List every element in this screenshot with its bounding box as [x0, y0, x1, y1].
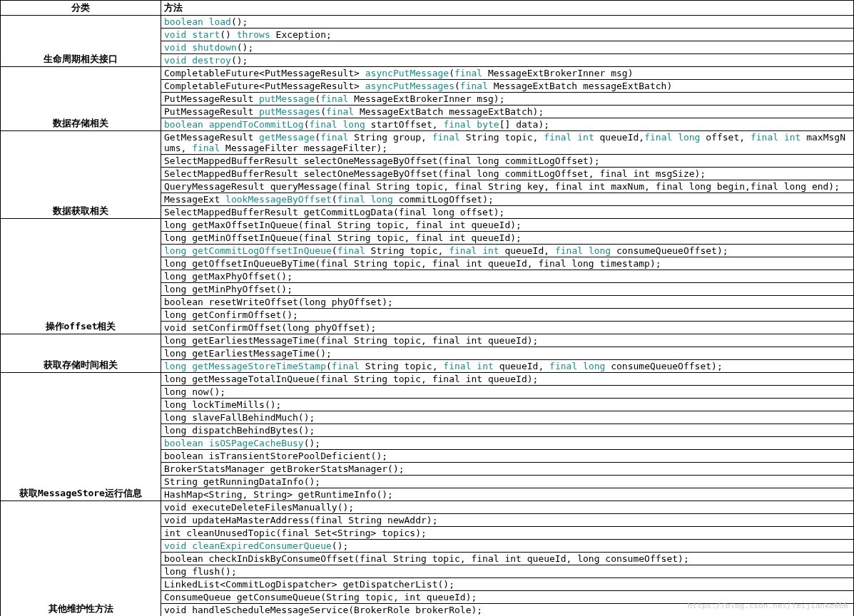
method-cell: long slaveFallBehindMuch(); — [161, 411, 854, 424]
method-cell: long lockTimeMills(); — [161, 399, 854, 411]
method-cell: boolean checkInDiskByConsumeOffset(final… — [161, 553, 854, 565]
table-row: 数据获取相关GetMessageResult getMessage(final … — [1, 131, 854, 155]
method-cell: SelectMappedBufferResult selectOneMessag… — [161, 168, 854, 180]
method-cell: void setConfirmOffset(long phyOffset); — [161, 322, 854, 334]
category-cell: 数据获取相关 — [1, 131, 161, 219]
method-cell: MessageExt lookMessageByOffset(final lon… — [161, 193, 854, 206]
category-cell: 生命周期相关接口 — [1, 16, 161, 67]
method-cell: void shutdown(); — [161, 41, 854, 54]
method-cell: long getMinOffsetInQueue(final String to… — [161, 232, 854, 245]
method-cell: LinkedList<CommitLogDispatcher> getDispa… — [161, 578, 854, 591]
method-cell: CompletableFuture<PutMessageResult> asyn… — [161, 80, 854, 93]
method-cell: SelectMappedBufferResult getCommitLogDat… — [161, 206, 854, 219]
method-cell: PutMessageResult putMessage(final Messag… — [161, 93, 854, 106]
table-row: 获取MessageStore运行信息long getMessageTotalIn… — [1, 373, 854, 386]
method-cell: boolean appendToCommitLog(final long sta… — [161, 118, 854, 131]
method-cell: void start() throws Exception; — [161, 29, 854, 41]
method-cell: long dispatchBehindBytes(); — [161, 424, 854, 437]
method-cell: SelectMappedBufferResult selectOneMessag… — [161, 155, 854, 168]
method-cell: BrokerStatsManager getBrokerStatsManager… — [161, 463, 854, 476]
category-cell: 其他维护性方法 — [1, 501, 161, 617]
method-cell: long now(); — [161, 386, 854, 399]
method-cell: long getMessageTotalInQueue(final String… — [161, 373, 854, 386]
method-cell: HashMap<String, String> getRuntimeInfo()… — [161, 488, 854, 501]
table-row: 其他维护性方法void executeDeleteFilesManually()… — [1, 501, 854, 514]
method-cell: boolean isTransientStorePoolDeficient(); — [161, 450, 854, 463]
method-cell: void cleanExpiredConsumerQueue(); — [161, 540, 854, 553]
method-cell: long getEarliestMessageTime(); — [161, 347, 854, 360]
method-cell: GetMessageResult getMessage(final String… — [161, 131, 854, 155]
method-cell: PutMessageResult putMessages(final Messa… — [161, 106, 854, 118]
category-cell: 数据存储相关 — [1, 67, 161, 131]
header-method: 方法 — [161, 1, 854, 16]
method-cell: long getConfirmOffset(); — [161, 309, 854, 322]
method-cell: void handleScheduleMessageService(Broker… — [161, 604, 854, 617]
api-table: 分类 方法 生命周期相关接口boolean load();void start(… — [0, 0, 854, 616]
method-cell: boolean load(); — [161, 16, 854, 29]
method-cell: long getOffsetInQueueByTime(final String… — [161, 257, 854, 270]
method-cell: long getCommitLogOffsetInQueue(final Str… — [161, 245, 854, 257]
method-cell: void executeDeleteFilesManually(); — [161, 501, 854, 514]
header-category: 分类 — [1, 1, 161, 16]
method-cell: long getMaxPhyOffset(); — [161, 270, 854, 283]
table-row: 操作offset相关long getMaxOffsetInQueue(final… — [1, 219, 854, 232]
method-cell: long getEarliestMessageTime(final String… — [161, 334, 854, 347]
method-cell: void destroy(); — [161, 54, 854, 67]
category-cell: 操作offset相关 — [1, 219, 161, 334]
table-row: 生命周期相关接口boolean load(); — [1, 16, 854, 29]
category-cell: 获取存储时间相关 — [1, 334, 161, 373]
method-cell: long getMinPhyOffset(); — [161, 283, 854, 296]
method-cell: void updateHaMasterAddress(final String … — [161, 514, 854, 527]
method-cell: QueryMessageResult queryMessage(final St… — [161, 180, 854, 193]
method-cell: String getRunningDataInfo(); — [161, 476, 854, 488]
method-cell: long getMaxOffsetInQueue(final String to… — [161, 219, 854, 232]
method-cell: boolean isOSPageCacheBusy(); — [161, 437, 854, 450]
method-cell: boolean resetWriteOffset(long phyOffset)… — [161, 296, 854, 309]
method-cell: long flush(); — [161, 565, 854, 578]
table-row: 数据存储相关CompletableFuture<PutMessageResult… — [1, 67, 854, 80]
method-cell: int cleanUnusedTopic(final Set<String> t… — [161, 527, 854, 540]
method-cell: ConsumeQueue getConsumeQueue(String topi… — [161, 591, 854, 604]
header-row: 分类 方法 — [1, 1, 854, 16]
category-cell: 获取MessageStore运行信息 — [1, 373, 161, 501]
method-cell: CompletableFuture<PutMessageResult> asyn… — [161, 67, 854, 80]
table-row: 获取存储时间相关long getEarliestMessageTime(fina… — [1, 334, 854, 347]
method-cell: long getMessageStoreTimeStamp(final Stri… — [161, 360, 854, 373]
